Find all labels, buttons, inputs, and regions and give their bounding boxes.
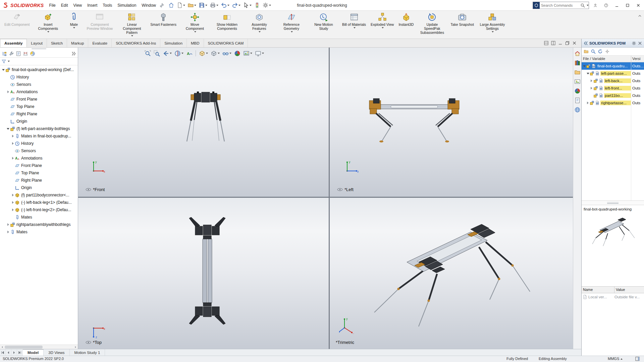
featuremanager-tab-icon[interactable] <box>1 51 7 57</box>
view-palette-tab-icon[interactable] <box>574 78 581 85</box>
viewport-top-view[interactable]: xz *Top <box>78 198 329 349</box>
section-view-button[interactable] <box>174 50 184 57</box>
apply-scene-button[interactable] <box>243 50 253 57</box>
pdm-vault-folder-icon[interactable] <box>584 49 589 54</box>
tab-evaluate[interactable]: Evaluate <box>88 39 112 47</box>
file-explorer-tab-icon[interactable] <box>574 69 581 75</box>
pdm-row-left-part-asse[interactable]: left-part-asse... Outs <box>582 70 644 77</box>
pdm-search-icon[interactable] <box>591 49 596 54</box>
search-icon[interactable] <box>580 3 585 8</box>
expand-closed-icon[interactable] <box>7 223 9 226</box>
ribbon-collapse-icon[interactable] <box>637 13 643 19</box>
ribbon-show-hidden-components-button[interactable]: Show Hidden Components <box>211 11 243 39</box>
pdm-row-left-back[interactable]: left-back... Outs <box>582 77 644 84</box>
feature-tree-item-left-back-leg-1-defau[interactable]: (-) left-back-leg<1> (Defau... <box>0 199 78 206</box>
pdm-row-part11bo[interactable]: part11bo... Outs <box>582 92 644 99</box>
undo-button[interactable] <box>220 2 230 9</box>
menu-window[interactable]: Window <box>139 0 159 10</box>
expand-closed-icon[interactable] <box>7 231 9 233</box>
feature-tree-item-f-left-part-assembly-bothlegs[interactable]: (f) left-part-assembly-bothlegs <box>0 125 78 132</box>
pdm-close-icon[interactable] <box>638 41 642 46</box>
pdm-column-version[interactable]: Versi <box>631 56 644 62</box>
propertymanager-tab-icon[interactable] <box>8 51 14 57</box>
scroll-first-tab-icon[interactable] <box>0 349 6 356</box>
scroll-last-tab-icon[interactable] <box>17 349 23 356</box>
search-input[interactable] <box>540 3 580 7</box>
sheet-tab-model[interactable]: Model <box>23 349 44 356</box>
feature-tree-item-history[interactable]: History <box>0 73 78 81</box>
expand-closed-icon[interactable] <box>12 208 14 211</box>
menu-tools[interactable]: Tools <box>100 0 115 10</box>
menu-simulation[interactable]: Simulation <box>115 0 139 10</box>
feature-tree-item-mates[interactable]: Mates <box>0 228 78 236</box>
zoom-to-fit-button[interactable] <box>144 50 152 57</box>
feature-tree-item-top-plane[interactable]: Top Plane <box>0 169 78 177</box>
viewport-splitter-vertical[interactable] <box>329 48 330 349</box>
ribbon-move-component-button[interactable]: Move Component <box>179 11 211 39</box>
feature-tree-item-rightpartassemblywithbothlegs[interactable]: rightpartassemblywithbothlegs <box>0 221 78 228</box>
tile-horizontal-icon[interactable] <box>544 41 548 45</box>
feature-tree-item-mates-in-final-bot-quadrup[interactable]: Mates in final-bot-quadrup... <box>0 132 78 140</box>
edit-appearance-button[interactable] <box>233 50 241 57</box>
tab-solidworks-cam[interactable]: SOLIDWORKS CAM <box>204 39 248 47</box>
scroll-next-tab-icon[interactable] <box>11 349 17 356</box>
expand-closed-icon[interactable] <box>12 157 14 160</box>
feature-tree-item-front-plane[interactable]: Front Plane <box>0 162 78 169</box>
pdm-grid-name-col[interactable]: Name <box>582 287 614 293</box>
pdm-options-icon[interactable] <box>605 49 610 54</box>
feature-tree-item-annotations[interactable]: AA Annotations <box>0 155 78 162</box>
select-button[interactable] <box>242 2 253 9</box>
feature-tree-item-mates[interactable]: Mates <box>0 214 78 221</box>
solidworks-forum-tab-icon[interactable] <box>574 107 581 113</box>
menu-view[interactable]: View <box>70 0 85 10</box>
home-button[interactable] <box>167 2 175 9</box>
expand-closed-icon[interactable] <box>12 135 14 137</box>
view-orientation-button[interactable] <box>198 50 209 57</box>
ribbon-exploded-view-button[interactable]: Exploded View <box>368 11 396 39</box>
filter-funnel-icon[interactable] <box>1 59 6 64</box>
expand-closed-icon[interactable] <box>7 90 9 93</box>
feature-tree-item-annotations[interactable]: AA Annotations <box>0 88 78 96</box>
viewport-left-view[interactable]: yz *Left <box>330 48 573 197</box>
hscroll-thumb[interactable] <box>5 346 43 349</box>
viewport-trimetric-view[interactable]: yxz *Trimetric <box>330 198 573 349</box>
ribbon-new-motion-study-button[interactable]: New Motion Study <box>308 11 340 39</box>
manager-tabs-overflow-icon[interactable] <box>70 51 76 57</box>
ribbon-smart-fasteners-button[interactable]: Smart Fasteners <box>148 11 179 39</box>
ribbon-component-preview-window-button[interactable]: Component Preview Window <box>84 11 116 39</box>
menu-file[interactable]: File <box>46 0 58 10</box>
dimxpertmanager-tab-icon[interactable] <box>22 51 29 57</box>
tab-solidworks-add-ins[interactable]: SOLIDWORKS Add-Ins <box>112 39 160 47</box>
expand-closed-icon[interactable] <box>591 87 592 89</box>
tile-vertical-icon[interactable] <box>551 41 555 45</box>
pdm-splitter[interactable] <box>582 200 644 205</box>
ribbon-mate-button[interactable]: Mate <box>64 11 84 39</box>
menu-insert[interactable]: Insert <box>85 0 100 10</box>
pin-menu-icon[interactable] <box>159 3 164 8</box>
display-style-button[interactable] <box>210 50 220 57</box>
print-button[interactable] <box>209 2 219 9</box>
options-button[interactable] <box>262 2 272 9</box>
menu-edit[interactable]: Edit <box>58 0 71 10</box>
user-account-icon[interactable] <box>591 1 600 9</box>
hscroll-track[interactable] <box>4 345 73 349</box>
close-document-icon[interactable] <box>572 41 577 45</box>
rebuild-button[interactable] <box>253 2 261 9</box>
viewport-splitter-horizontal[interactable] <box>78 197 573 198</box>
expand-closed-icon[interactable] <box>587 102 589 104</box>
viewport-front-view[interactable]: yx *Front <box>78 48 329 197</box>
minimize-document-icon[interactable] <box>558 41 562 45</box>
close-window-icon[interactable] <box>634 1 643 9</box>
hscroll-left-icon[interactable] <box>0 345 4 349</box>
filter-dropdown-icon[interactable] <box>8 61 10 62</box>
new-document-button[interactable] <box>176 2 186 9</box>
ribbon-large-assembly-settings-button[interactable]: Large Assembly Settings <box>476 11 508 39</box>
tab-mbd[interactable]: MBD <box>187 39 204 47</box>
search-dropdown-icon[interactable] <box>587 5 589 6</box>
feature-tree-item-left-front-leg-2-defau[interactable]: (-) left-front-leg<2> (Defau... <box>0 206 78 214</box>
feature-tree-item-origin[interactable]: Origin <box>0 184 78 191</box>
task-pane-toggle-icon[interactable] <box>635 357 640 362</box>
expand-closed-icon[interactable] <box>12 201 14 204</box>
feature-tree-item-right-plane[interactable]: Right Plane <box>0 177 78 184</box>
previous-view-button[interactable] <box>162 50 172 57</box>
